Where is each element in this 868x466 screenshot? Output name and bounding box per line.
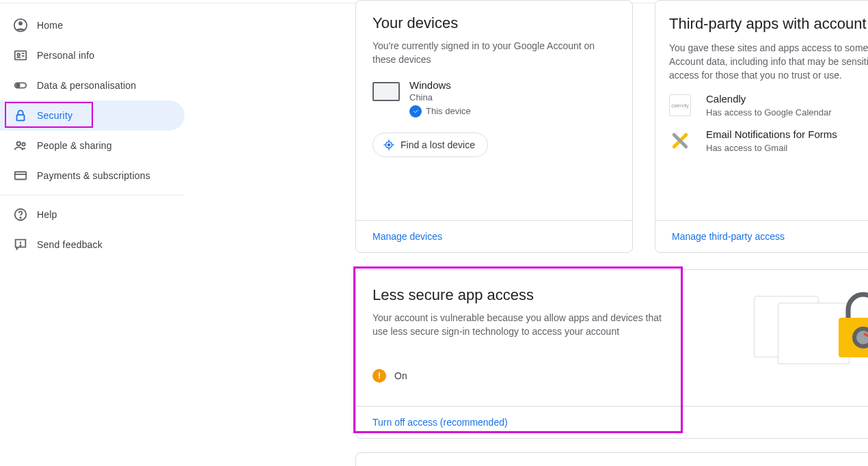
svg-rect-2 — [15, 51, 27, 60]
app-sub: Has access to Gmail — [706, 143, 837, 153]
sidebar-item-label: Data & personalisation — [37, 80, 136, 91]
card-third-party: Third-party apps with account access You… — [655, 0, 868, 253]
svg-point-3 — [17, 53, 20, 56]
card-title: Your devices — [372, 14, 616, 32]
svg-point-16 — [20, 245, 21, 246]
people-icon — [12, 137, 29, 154]
app-name: Calendly — [706, 93, 832, 105]
card-your-devices: Your devices You're currently signed in … — [355, 0, 633, 253]
find-lost-device-label: Find a lost device — [401, 139, 475, 150]
svg-rect-11 — [15, 172, 27, 180]
sidebar-item-payments[interactable]: Payments & subscriptions — [0, 161, 185, 191]
checkmark-icon — [409, 105, 422, 118]
svg-point-14 — [20, 217, 21, 218]
locate-icon — [383, 139, 395, 151]
app-name: Email Notifications for Forms — [706, 128, 837, 140]
home-icon — [12, 17, 29, 33]
svg-point-18 — [388, 143, 390, 146]
sidebar-item-label: Payments & subscriptions — [37, 170, 150, 181]
device-row[interactable]: Windows China This device — [372, 79, 616, 118]
device-location: China — [409, 92, 471, 102]
card-title: Less secure app access — [372, 286, 673, 304]
app-sub: Has access to Google Calendar — [706, 107, 832, 118]
this-device-badge: This device — [409, 105, 471, 118]
svg-point-9 — [17, 142, 21, 146]
app-row-forms[interactable]: Email Notifications for Forms Has access… — [669, 128, 868, 153]
turn-off-access-link[interactable]: Turn off access (recommended) — [372, 417, 508, 428]
sidebar-item-label: People & sharing — [37, 140, 112, 151]
status-text: On — [394, 370, 407, 381]
sidebar-item-label: Personal info — [37, 50, 94, 61]
card-icon — [12, 167, 29, 184]
sidebar-divider — [0, 195, 185, 195]
sidebar-item-help[interactable]: Help — [0, 200, 185, 230]
svg-point-10 — [22, 143, 25, 146]
feedback-icon — [12, 236, 29, 253]
sidebar-item-label: Security — [37, 110, 72, 121]
id-card-icon — [12, 47, 29, 64]
sidebar: Home Personal info Data & personalisatio… — [0, 10, 185, 260]
device-name: Windows — [409, 79, 471, 91]
card-peek — [355, 452, 868, 466]
warning-icon: ! — [372, 369, 386, 383]
card-subtitle: You gave these sites and apps access to … — [669, 41, 868, 83]
lock-icon — [12, 107, 29, 124]
sidebar-item-label: Help — [37, 209, 57, 220]
find-lost-device-button[interactable]: Find a lost device — [372, 133, 488, 157]
sidebar-item-people[interactable]: People & sharing — [0, 131, 185, 161]
forms-addon-icon — [669, 130, 691, 152]
sidebar-item-feedback[interactable]: Send feedback — [0, 230, 185, 260]
calendly-icon: calendly — [669, 94, 691, 116]
manage-third-party-link[interactable]: Manage third-party access — [672, 231, 785, 242]
card-subtitle: You're currently signed in to your Googl… — [372, 39, 616, 67]
less-secure-illustration — [754, 286, 868, 375]
desktop-icon — [372, 82, 400, 101]
toggle-icon — [12, 77, 29, 94]
card-subtitle: Your account is vulnerable because you a… — [372, 311, 673, 339]
sidebar-item-personal-info[interactable]: Personal info — [0, 40, 185, 70]
status-row: ! On — [372, 369, 673, 383]
svg-point-1 — [18, 21, 23, 25]
svg-rect-8 — [17, 115, 25, 120]
manage-devices-link[interactable]: Manage devices — [372, 231, 442, 242]
svg-point-7 — [16, 84, 20, 87]
help-icon — [12, 206, 29, 223]
this-device-label: This device — [426, 106, 471, 116]
sidebar-item-label: Home — [37, 20, 63, 31]
sidebar-item-data[interactable]: Data & personalisation — [0, 70, 185, 100]
sidebar-item-home[interactable]: Home — [0, 10, 185, 40]
sidebar-item-security[interactable]: Security — [0, 100, 185, 131]
sidebar-item-label: Send feedback — [37, 239, 103, 250]
card-title: Third-party apps with account access — [669, 14, 868, 34]
card-less-secure: Less secure app access Your account is v… — [355, 269, 868, 439]
app-row-calendly[interactable]: calendly Calendly Has access to Google C… — [669, 93, 868, 118]
